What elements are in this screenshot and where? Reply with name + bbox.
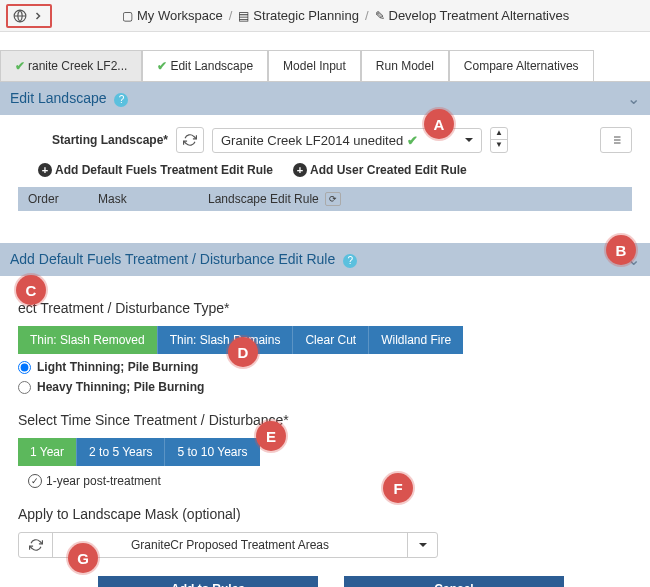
add-user-rule-link[interactable]: +Add User Created Edit Rule — [293, 163, 467, 177]
cancel-button[interactable]: Cancel — [344, 576, 564, 587]
globe-icon[interactable] — [12, 8, 28, 24]
refresh-button[interactable] — [176, 127, 204, 153]
tab-label: Compare Alternatives — [464, 59, 579, 73]
starting-landscape-label: Starting Landscape* — [18, 133, 168, 147]
breadcrumb-item-planning[interactable]: ▤ Strategic Planning — [238, 8, 359, 23]
tab-label: Model Input — [283, 59, 346, 73]
chevron-down-icon[interactable]: ▼ — [491, 140, 507, 152]
info-text: 1-year post-treatment — [46, 474, 161, 488]
link-label: Add User Created Edit Rule — [310, 163, 467, 177]
breadcrumb: ▢ My Workspace / ▤ Strategic Planning / … — [122, 8, 569, 23]
time-1-year[interactable]: 1 Year — [18, 438, 76, 466]
callout-marker-b: B — [606, 235, 636, 265]
panel-title: Edit Landscape — [10, 90, 107, 106]
btn-label: 1 Year — [30, 445, 64, 459]
nav-highlight-box — [6, 4, 52, 28]
btn-label: 5 to 10 Years — [177, 445, 247, 459]
chevron-up-icon[interactable]: ▲ — [491, 128, 507, 140]
panel-title: Add Default Fuels Treatment / Disturbanc… — [10, 251, 335, 267]
time-5-10-years[interactable]: 5 to 10 Years — [164, 438, 259, 466]
check-icon: ✔ — [157, 59, 167, 73]
callout-marker-e: E — [256, 421, 286, 451]
tab-label: Edit Landscape — [170, 59, 253, 73]
apply-mask-title: Apply to Landscape Mask (optional) — [18, 506, 632, 522]
check-circle-icon: ✓ — [28, 474, 42, 488]
column-order: Order — [28, 192, 78, 206]
callout-marker-c: C — [16, 275, 46, 305]
breadcrumb-separator: / — [229, 8, 233, 23]
time-info: ✓1-year post-treatment — [28, 474, 632, 488]
tab-run-model[interactable]: Run Model — [361, 50, 449, 81]
plus-icon: + — [38, 163, 52, 177]
tab-label: ranite Creek LF2... — [28, 59, 127, 73]
rules-table-header: Order Mask Landscape Edit Rule⟳ — [18, 187, 632, 211]
breadcrumb-label: Develop Treatment Alternatives — [389, 8, 570, 23]
column-mask: Mask — [98, 192, 188, 206]
radio-label: Light Thinning; Pile Burning — [37, 360, 198, 374]
tab-landscape-file[interactable]: ✔ranite Creek LF2... — [0, 50, 142, 81]
callout-marker-f: F — [383, 473, 413, 503]
time-2-5-years[interactable]: 2 to 5 Years — [76, 438, 164, 466]
callout-marker-g: G — [68, 543, 98, 573]
radio-heavy-thinning[interactable] — [18, 381, 31, 394]
dropdown-value: GraniteCr Proposed Treatment Areas — [53, 533, 407, 557]
add-to-rules-button[interactable]: Add to Rules — [98, 576, 318, 587]
chevron-right-icon[interactable] — [30, 8, 46, 24]
check-icon: ✔ — [15, 59, 25, 73]
list-button[interactable] — [600, 127, 632, 153]
tab-label: Run Model — [376, 59, 434, 73]
select-time-title: Select Time Since Treatment / Disturbanc… — [18, 412, 632, 428]
pencil-icon: ✎ — [375, 9, 385, 23]
btn-label: Add to Rules — [171, 582, 245, 587]
tab-edit-landscape[interactable]: ✔Edit Landscape — [142, 50, 268, 81]
chevron-down-icon[interactable]: ⌄ — [627, 89, 640, 108]
document-icon: ▤ — [238, 9, 249, 23]
tab-bar: ✔ranite Creek LF2... ✔Edit Landscape Mod… — [0, 50, 650, 82]
tab-model-input[interactable]: Model Input — [268, 50, 361, 81]
add-default-rule-link[interactable]: +Add Default Fuels Treatment Edit Rule — [38, 163, 273, 177]
time-since-group: 1 Year 2 to 5 Years 5 to 10 Years — [18, 438, 632, 466]
treatment-type-group: Thin: Slash Removed Thin: Slash Remains … — [18, 326, 632, 354]
help-icon[interactable]: ? — [343, 254, 357, 268]
treatment-thin-slash-removed[interactable]: Thin: Slash Removed — [18, 326, 157, 354]
panel-header-edit-landscape[interactable]: Edit Landscape ? ⌄ — [0, 82, 650, 115]
check-icon: ✔ — [407, 133, 418, 148]
btn-label: 2 to 5 Years — [89, 445, 152, 459]
callout-marker-d: D — [228, 337, 258, 367]
caret-down-icon — [465, 138, 473, 142]
btn-label: Wildland Fire — [381, 333, 451, 347]
treatment-wildland-fire[interactable]: Wildland Fire — [368, 326, 463, 354]
panel-body-edit-landscape: Starting Landscape* Granite Creek LF2014… — [0, 115, 650, 223]
stepper-control[interactable]: ▲▼ — [490, 127, 508, 153]
callout-marker-a: A — [424, 109, 454, 139]
help-icon[interactable]: ? — [114, 93, 128, 107]
column-rule: Landscape Edit Rule — [208, 192, 319, 206]
refresh-icon[interactable]: ⟳ — [325, 192, 341, 206]
folder-icon: ▢ — [122, 9, 133, 23]
radio-label: Heavy Thinning; Pile Burning — [37, 380, 204, 394]
breadcrumb-separator: / — [365, 8, 369, 23]
breadcrumb-label: My Workspace — [137, 8, 223, 23]
refresh-button[interactable] — [19, 533, 53, 557]
btn-label: Clear Cut — [305, 333, 356, 347]
panel-header-add-rule[interactable]: Add Default Fuels Treatment / Disturbanc… — [0, 243, 650, 276]
top-bar: ▢ My Workspace / ▤ Strategic Planning / … — [0, 0, 650, 32]
btn-label: Cancel — [434, 582, 473, 587]
caret-down-icon[interactable] — [407, 533, 437, 557]
btn-label: Thin: Slash Removed — [30, 333, 145, 347]
treatment-thin-slash-remains[interactable]: Thin: Slash Remains — [157, 326, 293, 354]
treatment-clear-cut[interactable]: Clear Cut — [292, 326, 368, 354]
select-treatment-type-title: ect Treatment / Disturbance Type* — [18, 300, 632, 316]
dropdown-value: Granite Creek LF2014 unedited — [221, 133, 403, 148]
breadcrumb-label: Strategic Planning — [253, 8, 359, 23]
breadcrumb-item-workspace[interactable]: ▢ My Workspace — [122, 8, 223, 23]
btn-label: Thin: Slash Remains — [170, 333, 281, 347]
breadcrumb-item-develop[interactable]: ✎ Develop Treatment Alternatives — [375, 8, 570, 23]
plus-icon: + — [293, 163, 307, 177]
panel-body-add-rule: ect Treatment / Disturbance Type* Thin: … — [0, 276, 650, 587]
radio-light-thinning[interactable] — [18, 361, 31, 374]
tab-compare[interactable]: Compare Alternatives — [449, 50, 594, 81]
link-label: Add Default Fuels Treatment Edit Rule — [55, 163, 273, 177]
